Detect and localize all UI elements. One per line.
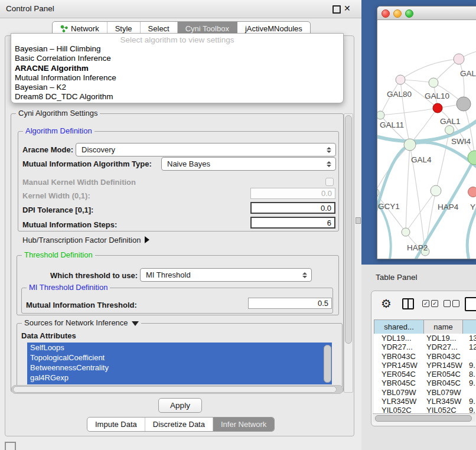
- mi-algorithm-type-select[interactable]: Naive Bayes: [161, 157, 336, 171]
- table-row[interactable]: YBR045CYBR045C9.: [374, 379, 476, 387]
- algorithm-list: Bayesian – Hill ClimbingBasic Correlatio…: [11, 44, 343, 102]
- new-column-icon[interactable]: [465, 297, 476, 311]
- settings-horizontal-scrollbar[interactable]: [11, 385, 343, 394]
- table-cell: YDR27...: [423, 343, 462, 351]
- table-cell: 9.: [462, 379, 476, 387]
- scrollbar-thumb[interactable]: [375, 415, 472, 422]
- split-pane-icon[interactable]: [402, 298, 414, 309]
- manual-kernel-width-checkbox[interactable]: [325, 178, 334, 186]
- table-header-row: shared...name: [374, 319, 476, 334]
- aracne-mode-select[interactable]: Discovery: [76, 143, 336, 156]
- column-header[interactable]: name: [424, 320, 463, 334]
- tab-label: jActiveMNodules: [245, 24, 302, 33]
- close-traffic-light[interactable]: [382, 9, 390, 18]
- float-window-icon[interactable]: [332, 5, 341, 14]
- algorithm-option[interactable]: Basic Correlation Inference: [11, 54, 343, 63]
- network-node-gal11[interactable]: [377, 111, 384, 119]
- table-row[interactable]: YBR043CYBR043C: [374, 352, 476, 361]
- table-horizontal-scrollbar[interactable]: [373, 413, 475, 422]
- table-cell: [462, 352, 476, 361]
- network-node-gal10[interactable]: [429, 78, 438, 87]
- table-row[interactable]: YBL079WYBL079W: [374, 388, 476, 397]
- checked-box-icon: ✓: [422, 300, 429, 307]
- network-view-window: GALGAL80GAL10GAL1GAL11SWI4GAL4HAP4YGCY1H…: [377, 6, 476, 259]
- deselect-all-columns-icon[interactable]: [444, 300, 459, 307]
- node-table-card: ⚙ ✓ ✓ shared...name YDL19...YDL19...13YD…: [371, 291, 476, 426]
- table-cell: 8.: [462, 370, 476, 379]
- stepper-icon: [325, 147, 333, 153]
- unchecked-box-icon: [444, 300, 451, 307]
- table-cell: YDL19...: [423, 334, 462, 343]
- network-node-gcy1[interactable]: [377, 188, 379, 197]
- minimize-traffic-light[interactable]: [393, 9, 402, 18]
- table-cell: YBR043C: [423, 352, 462, 361]
- unchecked-box-icon: [452, 300, 459, 307]
- scrollbar-thumb[interactable]: [345, 115, 352, 344]
- table-cell: YBL079W: [423, 388, 462, 397]
- network-node-gal1[interactable]: [433, 103, 442, 113]
- settings-vertical-scrollbar[interactable]: [344, 113, 353, 393]
- close-icon[interactable]: ✕: [344, 4, 351, 13]
- network-node-gal80[interactable]: [396, 75, 405, 84]
- network-node-gal4[interactable]: [404, 139, 416, 151]
- column-header[interactable]: [463, 320, 476, 334]
- algorithm-select-placeholder[interactable]: Select algorithm to view settings: [11, 35, 343, 44]
- data-attributes-list[interactable]: SelfLoopsTopologicalCoefficientBetweenne…: [27, 343, 332, 384]
- network-canvas[interactable]: GALGAL80GAL10GAL1GAL11SWI4GAL4HAP4YGCY1H…: [377, 20, 476, 259]
- gear-icon[interactable]: ⚙: [381, 298, 392, 309]
- bottom-tab-discretize-data[interactable]: Discretize Data: [145, 418, 213, 431]
- table-cell: YBR043C: [374, 352, 423, 361]
- table-row[interactable]: YER054CYER054C8.: [374, 370, 476, 379]
- table-row[interactable]: YPR145WYPR145W9.: [374, 361, 476, 370]
- network-node-gal[interactable]: [454, 54, 464, 64]
- network-node-swi4[interactable]: [445, 126, 454, 135]
- data-attribute-item[interactable]: SelfLoops: [27, 343, 332, 353]
- algorithm-option[interactable]: Bayesian – K2: [11, 83, 343, 92]
- apply-button[interactable]: Apply: [158, 398, 202, 413]
- network-node[interactable]: [457, 97, 471, 111]
- hub-definition-disclosure[interactable]: Hub/Transcription Factor Definition: [22, 236, 149, 244]
- panel-splitter-handle[interactable]: [356, 217, 361, 224]
- algorithm-option[interactable]: ARACNE Algorithm: [11, 64, 343, 73]
- table-cell: 9.: [462, 361, 476, 370]
- table-toolbar: ⚙ ✓ ✓: [371, 291, 476, 318]
- table-cell: 12: [462, 343, 476, 351]
- data-attribute-item[interactable]: TopologicalCoefficient: [27, 353, 332, 363]
- network-node[interactable]: [468, 151, 476, 165]
- collapse-down-icon: [132, 321, 139, 326]
- table-row[interactable]: YLR345WYLR345W9.: [374, 397, 476, 406]
- table-cell: 9.: [462, 406, 476, 414]
- table-row[interactable]: YDL19...YDL19...13: [374, 334, 476, 343]
- group-title[interactable]: Sources for Network Inference: [22, 318, 141, 327]
- bottom-tab-impute-data[interactable]: Impute Data: [87, 418, 145, 431]
- scrollbar-thumb[interactable]: [13, 386, 337, 393]
- mi-steps-field[interactable]: [250, 217, 335, 229]
- which-threshold-select[interactable]: MI Threshold: [140, 268, 312, 282]
- table-row[interactable]: YIL052CYIL052C9.: [374, 406, 476, 414]
- bottom-tab-infer-network[interactable]: Infer Network: [213, 418, 274, 431]
- float-panel-icon[interactable]: [5, 442, 16, 450]
- network-node-hap2[interactable]: [402, 228, 410, 236]
- select-all-columns-icon[interactable]: ✓ ✓: [422, 300, 438, 307]
- column-header[interactable]: shared...: [374, 320, 424, 334]
- network-node-label: GAL1: [440, 117, 461, 126]
- data-attribute-item[interactable]: gal4RGexp: [27, 373, 332, 383]
- algorithm-option[interactable]: Mutual Information Inference: [11, 73, 343, 83]
- mi-threshold-field[interactable]: [248, 298, 332, 309]
- algorithm-option[interactable]: Bayesian – Hill Climbing: [11, 44, 343, 54]
- table-row[interactable]: YDR27...YDR27...12: [374, 343, 476, 351]
- list-scrollbar-thumb[interactable]: [324, 345, 331, 383]
- data-attribute-item[interactable]: BetweennessCentrality: [27, 363, 332, 373]
- kernel-width-field[interactable]: [250, 188, 335, 199]
- expand-right-icon: [145, 236, 149, 243]
- control-panel-title: Control Panel: [6, 4, 54, 13]
- table-panel-title: Table Panel: [376, 273, 418, 282]
- dpi-tolerance-field[interactable]: [250, 202, 335, 214]
- table-cell: YER054C: [374, 370, 423, 379]
- zoom-traffic-light[interactable]: [405, 9, 413, 18]
- algorithm-option[interactable]: Dream8 DC_TDC Algorithm: [11, 92, 343, 102]
- network-node-hap4[interactable]: [431, 185, 441, 196]
- network-edges: [377, 51, 476, 252]
- control-panel-titlebar: Control Panel ✕: [0, 0, 361, 18]
- network-node-y[interactable]: [468, 187, 476, 197]
